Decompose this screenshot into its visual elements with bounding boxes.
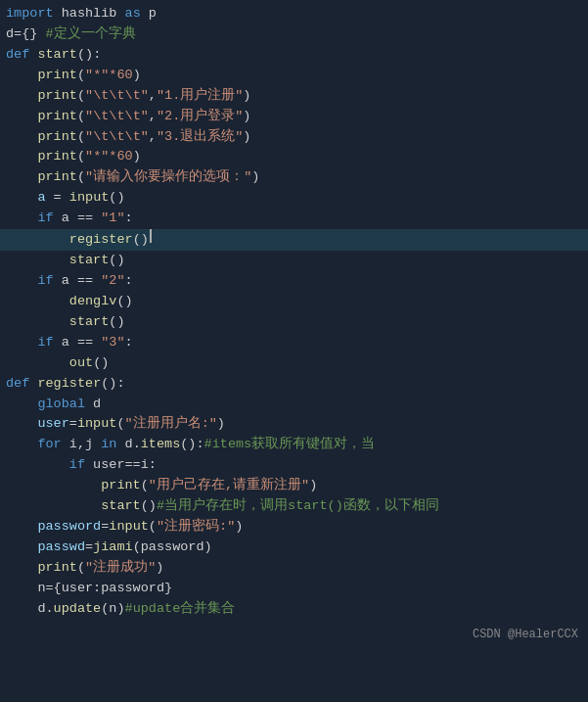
code-line: print("用户己存在,请重新注册") [0,476,588,496]
code-token: = [85,538,93,558]
code-token: "*"*60 [85,147,133,167]
code-line: print("注册成功") [0,558,588,579]
code-line: if user==i: [0,455,588,476]
code-token: #当用户存在时，调用start()函数，以下相同 [157,496,439,517]
code-token: print [37,167,77,188]
code-token: ( [77,66,85,86]
code-token: "1" [101,209,124,229]
code-token: def [6,45,29,66]
code-token: in [101,435,116,455]
code-token [6,271,37,292]
code-token [6,86,37,107]
code-token: a == [54,333,102,353]
code-line: n={user:password} [0,579,588,599]
code-token: d. [37,599,53,620]
code-token: register [37,374,101,395]
code-token: print [37,107,77,127]
code-token [6,496,101,517]
code-token: : [125,271,133,292]
code-token: out [69,353,93,374]
code-token: () [116,292,132,312]
code-line: out() [0,353,588,374]
code-token: () [93,353,109,374]
code-token: "2.用户登录" [157,107,243,127]
code-token: if [37,271,53,292]
code-token: = [101,517,109,538]
code-token: import [6,4,54,24]
code-token [6,558,37,579]
code-token: i,j [62,435,102,455]
code-token: , [149,127,157,148]
code-token: (): [101,374,124,395]
code-token [29,374,37,395]
code-token: #update合并集合 [125,599,236,620]
code-token: input [109,517,149,538]
code-line: passwd=jiami(password) [0,538,588,558]
code-token: password [37,517,101,538]
code-token: ( [77,86,85,107]
code-token: , [149,86,157,107]
code-token [6,230,69,251]
code-token: (): [77,45,101,66]
code-token [6,312,69,333]
code-token [6,435,37,455]
code-token: ) [243,86,250,107]
code-token [6,147,37,167]
code-token: a == [54,271,102,292]
code-line: global d [0,395,588,415]
code-token: ( [141,476,149,496]
code-token: ) [309,476,317,496]
code-line: print("*"*60) [0,147,588,167]
code-token: ( [77,167,85,188]
code-token: d [85,395,101,415]
code-token: print [37,558,77,579]
code-token: "注册成功" [85,558,156,579]
code-line: start() [0,251,588,271]
code-token: #items获取所有键值对，当 [204,435,376,455]
code-token: ( [77,107,85,127]
code-line: d.update(n)#update合并集合 [0,599,588,620]
code-line: import hashlib as p [0,4,588,24]
code-token: denglv [69,292,117,312]
code-token: register [69,230,133,251]
code-token: print [37,66,77,86]
code-line: password=input("注册密码:") [0,517,588,538]
code-token: global [37,395,85,415]
code-token: "注册密码:" [157,517,235,538]
code-line: print("*"*60) [0,66,588,86]
code-token: #定义一个字典 [46,24,136,45]
code-token: start [101,496,141,517]
code-token: (n) [101,599,124,620]
code-token: if [37,209,53,229]
code-token: print [37,147,77,167]
code-token: ( [77,558,85,579]
code-token: "注册用户名:" [125,414,217,435]
code-token: "*"*60 [85,66,133,86]
code-token: print [37,127,77,148]
code-line: start()#当用户存在时，调用start()函数，以下相同 [0,496,588,517]
code-token: (password) [133,538,212,558]
code-token [6,333,37,353]
code-token: ) [243,107,250,127]
code-line: user=input("注册用户名:") [0,414,588,435]
code-token: = [69,414,77,435]
code-token: start [37,45,77,66]
credit-text: CSDN @HealerCCX [473,626,578,644]
code-token: user [37,414,68,435]
code-token [6,414,37,435]
footer: CSDN @HealerCCX [0,622,588,648]
code-token: , [149,107,157,127]
code-line: if a == "1": [0,209,588,229]
code-token: : [125,209,133,229]
code-token [6,455,69,476]
code-line: d={} #定义一个字典 [0,24,588,45]
code-token: def [6,374,29,395]
code-token: a == [54,209,102,229]
code-token [6,167,37,188]
code-token: if [37,333,53,353]
code-token: ) [251,167,259,188]
code-token [6,251,69,271]
code-token: print [101,476,141,496]
code-token [6,66,37,86]
code-token: jiami [93,538,133,558]
